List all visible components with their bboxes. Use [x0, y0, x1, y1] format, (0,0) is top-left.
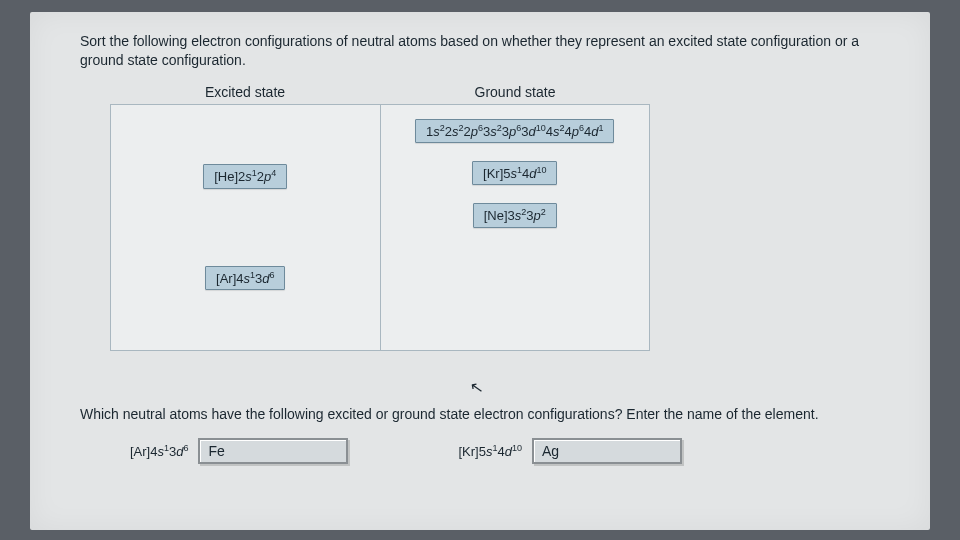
config-label: [Kr]5s14d10: [458, 443, 521, 459]
config-chip[interactable]: 1s22s22p63s23p63d104s24p64d1: [415, 119, 614, 143]
ground-zone[interactable]: 1s22s22p63s23p63d104s24p64d1 [Kr]5s14d10…: [381, 104, 651, 351]
answer-row: [Ar]4s13d6 Fe [Kr]5s14d10 Ag: [80, 438, 890, 464]
zone-headers: Excited state Ground state: [110, 84, 650, 104]
answer-input[interactable]: Fe: [198, 438, 348, 464]
q2-prompt: Which neutral atoms have the following e…: [80, 405, 890, 424]
config-chip[interactable]: [He]2s12p4: [203, 164, 287, 188]
header-excited: Excited state: [110, 84, 380, 104]
drop-zones: [He]2s12p4 [Ar]4s13d6 1s22s22p63s23p63d1…: [110, 104, 650, 351]
config-chip[interactable]: [Ar]4s13d6: [205, 266, 285, 290]
config-chip[interactable]: [Kr]5s14d10: [472, 161, 557, 185]
excited-zone[interactable]: [He]2s12p4 [Ar]4s13d6: [110, 104, 381, 351]
q1-prompt: Sort the following electron configuratio…: [80, 32, 890, 70]
header-ground: Ground state: [380, 84, 650, 104]
question-panel: Sort the following electron configuratio…: [30, 12, 930, 530]
config-label: [Ar]4s13d6: [130, 443, 188, 459]
config-chip[interactable]: [Ne]3s23p2: [473, 203, 557, 227]
answer-input[interactable]: Ag: [532, 438, 682, 464]
